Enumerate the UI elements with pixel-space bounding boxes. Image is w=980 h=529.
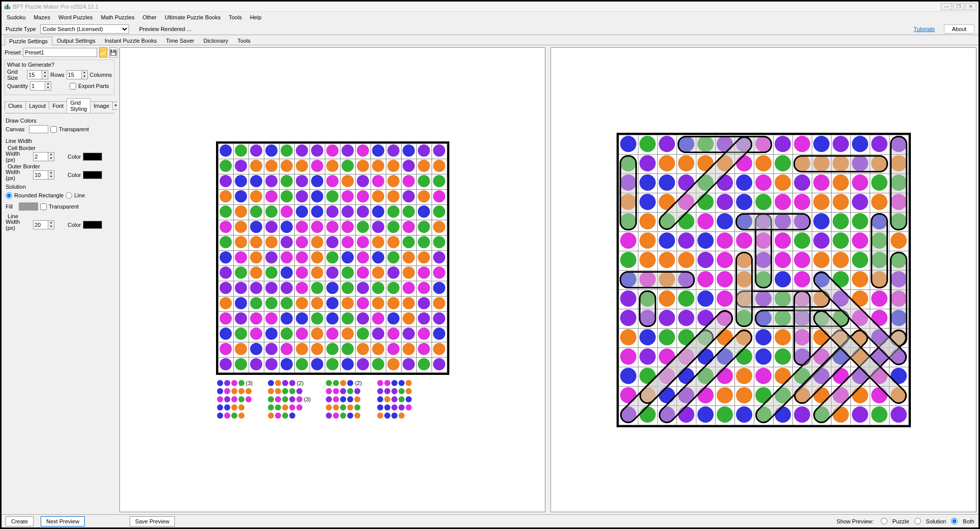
grid-dot — [387, 358, 400, 370]
grid-dot — [296, 236, 308, 248]
save-icon[interactable]: 💾 — [109, 47, 117, 57]
sol-color-swatch[interactable] — [83, 221, 102, 229]
grid-dot — [311, 144, 323, 157]
minimize-button[interactable]: — — [941, 3, 952, 10]
menu-math-puzzles[interactable]: Math Puzzles — [101, 14, 134, 20]
grid-dot — [372, 190, 384, 202]
grid-dot — [235, 328, 247, 340]
canvas-color-swatch[interactable] — [29, 125, 48, 133]
menu-ultimate-puzzle-books[interactable]: Ultimate Puzzle Books — [165, 14, 221, 20]
grid-dot — [250, 328, 262, 340]
canvas-transparent-checkbox[interactable] — [50, 126, 57, 133]
menu-sudoku[interactable]: Sudoku — [7, 14, 25, 20]
fill-color-swatch[interactable] — [19, 202, 38, 211]
about-button[interactable]: About — [944, 24, 974, 34]
outer-color-swatch[interactable] — [83, 171, 102, 179]
grid-dot — [281, 221, 293, 233]
puzzle-type-select[interactable]: Code Search (Licensed) — [40, 24, 129, 34]
grid-dot — [433, 343, 445, 355]
grid-dot — [326, 175, 339, 187]
preset-input[interactable] — [23, 48, 97, 57]
grid-dot — [357, 328, 369, 340]
outer-width-field[interactable]: ▲▼ — [33, 170, 54, 180]
svg-rect-1 — [7, 4, 9, 9]
grid-dot — [250, 343, 262, 355]
fill-transparent-checkbox[interactable] — [40, 203, 47, 210]
what-to-generate-group: What to Generate? Grid Size ▲▼ Rows ▲▼ C… — [5, 60, 114, 95]
menu-other[interactable]: Other — [142, 14, 157, 20]
tab-instant-puzzle-books[interactable]: Instant Puzzle Books — [100, 36, 162, 45]
quantity-field[interactable]: ▲▼ — [30, 81, 51, 91]
menu-help[interactable]: Help — [250, 14, 262, 20]
cell-width-label: Width (px) — [6, 151, 31, 163]
preview-puzzle-radio[interactable] — [881, 518, 887, 524]
create-button[interactable]: Create — [6, 516, 34, 526]
grid-dot — [235, 297, 247, 309]
solution-title: Solution — [6, 184, 113, 190]
tab-dictionary[interactable]: Dictionary — [199, 36, 233, 45]
grid-dot — [296, 343, 308, 355]
grid-dot — [235, 205, 247, 218]
grid-dot — [418, 160, 430, 172]
grid-size-field[interactable]: ▲▼ — [27, 70, 48, 79]
grid-size-label: Grid Size — [7, 69, 25, 81]
solution-overlay — [617, 133, 911, 427]
tab-puzzle-settings[interactable]: Puzzle Settings — [5, 37, 52, 45]
grid-dot — [403, 251, 415, 263]
folder-icon[interactable]: 📁 — [99, 47, 107, 57]
grid-dot — [250, 221, 262, 233]
subtab-layout[interactable]: Layout — [25, 101, 49, 110]
grid-dot — [387, 205, 400, 218]
grid-dot — [357, 282, 369, 294]
cell-width-field[interactable]: ▲▼ — [33, 152, 54, 161]
grid-dot — [281, 267, 293, 279]
clue-row — [268, 413, 311, 419]
grid-dot — [265, 251, 278, 263]
subtab-font[interactable]: Font — [49, 101, 67, 110]
menu-word-puzzles[interactable]: Word Puzzles — [58, 14, 93, 20]
grid-dot — [387, 190, 400, 202]
grid-dot — [220, 144, 232, 157]
tutorials-link[interactable]: Tutorials — [913, 26, 935, 32]
grid-dot — [326, 282, 339, 294]
grid-dot — [342, 312, 354, 325]
grid-dot — [403, 160, 415, 172]
tab-time-saver[interactable]: Time Saver — [161, 36, 199, 45]
grid-dot — [281, 175, 293, 187]
save-preview-button[interactable]: Save Preview — [130, 516, 175, 526]
grid-dot — [281, 312, 293, 325]
sol-width-field[interactable]: ▲▼ — [33, 220, 54, 229]
subtab-clues[interactable]: Clues — [5, 101, 26, 110]
line-radio[interactable] — [66, 192, 72, 199]
tab-output-settings[interactable]: Output Settings — [52, 36, 100, 45]
subtab-prev-icon[interactable]: ◂ — [112, 102, 117, 110]
export-parts-checkbox[interactable] — [70, 83, 76, 90]
grid-dot — [357, 267, 369, 279]
subtab-image[interactable]: Image — [90, 101, 113, 110]
cell-color-label: Color — [68, 154, 81, 160]
grid-dot — [387, 144, 400, 157]
close-button[interactable]: ✕ — [965, 3, 976, 10]
cell-color-swatch[interactable] — [83, 153, 102, 161]
next-preview-button[interactable]: Next Preview — [41, 516, 85, 526]
grid-dot — [387, 297, 400, 309]
grid-dot — [433, 251, 445, 263]
clue-row — [268, 404, 311, 410]
tab-tools[interactable]: Tools — [233, 36, 255, 45]
sol-color-label: Color — [68, 222, 81, 228]
grid-dot — [265, 297, 278, 309]
grid-dot — [311, 343, 323, 355]
preset-label: Preset — [5, 49, 21, 55]
menu-mazes[interactable]: Mazes — [34, 14, 50, 20]
preview-solution-radio[interactable] — [914, 518, 921, 524]
maximize-button[interactable]: ❐ — [953, 3, 964, 10]
rounded-rect-radio[interactable] — [6, 192, 12, 199]
grid-dot — [296, 175, 308, 187]
menu-tools[interactable]: Tools — [229, 14, 242, 20]
grid-dot — [342, 328, 354, 340]
grid-dot — [265, 144, 278, 157]
rows-field[interactable]: ▲▼ — [67, 70, 88, 79]
subtab-grid-styling[interactable]: Grid Styling — [67, 98, 90, 113]
grid-dot — [265, 160, 278, 172]
preview-both-radio[interactable] — [951, 518, 958, 524]
